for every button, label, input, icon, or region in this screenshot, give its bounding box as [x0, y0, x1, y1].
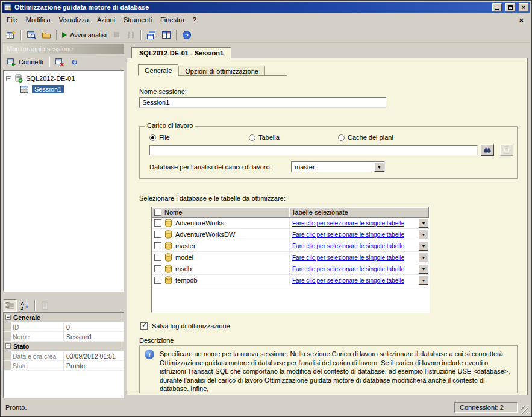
title-bar: Ottimizzazione guidata motore di databas… [2, 2, 530, 13]
database-checkbox[interactable] [154, 265, 161, 272]
select-tables-link[interactable]: Fare clic per selezionare le singole tab… [292, 231, 404, 238]
property-row-data-creazione[interactable]: Data e ora crea 03/09/2012 01:51 [4, 351, 124, 361]
resize-grip-icon[interactable] [521, 406, 528, 414]
property-name: ID [11, 322, 64, 331]
collapse-icon[interactable]: − [5, 343, 11, 349]
select-tables-link[interactable]: Fare clic per selezionare le singole tab… [292, 243, 404, 249]
collapse-icon[interactable]: − [6, 76, 11, 81]
chevron-down-icon[interactable]: ▼ [419, 252, 428, 262]
chevron-down-icon[interactable]: ▼ [419, 218, 428, 228]
close-icon: × [522, 4, 525, 11]
chevron-down-icon[interactable]: ▼ [419, 264, 428, 274]
cascade-windows-button[interactable] [144, 28, 158, 42]
chevron-down-icon[interactable]: ▼ [419, 275, 428, 285]
tree-item-session[interactable]: Session1 [4, 84, 123, 95]
minimize-button[interactable] [492, 3, 502, 11]
session-name-input[interactable] [139, 97, 386, 108]
connect-button[interactable]: Connetti [4, 56, 46, 68]
database-cell[interactable]: master [152, 240, 289, 251]
property-value[interactable]: 03/09/2012 01:51 [64, 351, 124, 360]
chevron-down-icon[interactable]: ▼ [374, 162, 384, 172]
help-button[interactable]: ? [180, 28, 194, 42]
session-monitor-header: Monitoraggio sessione [3, 44, 124, 54]
selected-tables-cell: Fare clic per selezionare le singole tab… [289, 275, 429, 286]
property-category-generale[interactable]: − Generale [4, 313, 124, 322]
chevron-down-icon[interactable]: ▼ [419, 230, 428, 239]
workload-radio-tabella[interactable]: Tabella [249, 134, 280, 141]
database-checkbox[interactable] [154, 277, 161, 284]
table-row: AdventureWorks Fare clic per selezionare… [152, 218, 429, 229]
close-button[interactable]: × [519, 3, 528, 11]
database-checkbox[interactable] [154, 219, 161, 227]
select-all-checkbox[interactable] [154, 208, 161, 216]
property-row-stato[interactable]: Stato Pronto [4, 361, 124, 371]
database-icon [164, 253, 172, 262]
save-log-checkbox[interactable] [140, 322, 148, 330]
collapse-icon[interactable]: − [5, 315, 11, 320]
document-tab[interactable]: SQL2012-DE-01 - Session1 [131, 47, 231, 58]
property-row-nome[interactable]: Nome Session1 [4, 332, 124, 342]
menu-help[interactable]: ? [189, 14, 201, 26]
tile-windows-button[interactable] [159, 28, 174, 42]
selected-tables-cell: Fare clic per selezionare le singole tab… [289, 240, 429, 251]
property-category-stato[interactable]: − Stato [4, 342, 124, 351]
select-tables-link[interactable]: Fare clic per selezionare le singole tab… [292, 254, 404, 261]
save-log-option[interactable]: Salva log di ottimizzazione [140, 322, 230, 330]
table-row: msdb Fare clic per selezionare le singol… [152, 263, 429, 275]
status-message: Pronto. [5, 404, 451, 411]
menu-file[interactable]: File [2, 14, 22, 26]
view-session-button[interactable] [24, 28, 39, 42]
new-session-button[interactable] [4, 28, 18, 42]
refresh-button[interactable]: ↻ [67, 55, 81, 69]
database-checkbox[interactable] [154, 231, 161, 238]
alphabetical-sort-button[interactable]: A Z [18, 299, 31, 312]
menu-azioni[interactable]: Azioni [93, 14, 119, 26]
refresh-icon: ↻ [71, 58, 78, 66]
database-cell[interactable]: AdventureWorksDW [152, 229, 289, 240]
radio-label: File [159, 134, 170, 141]
close-document-icon[interactable]: × [513, 16, 530, 25]
toolbar-separator [140, 30, 142, 40]
open-file-button[interactable] [39, 28, 54, 42]
property-value[interactable]: Session1 [64, 332, 124, 341]
database-cell[interactable]: model [152, 252, 289, 263]
session-document: Generale Opzioni di ottimizzazione Nome … [127, 58, 528, 395]
tree-item-server[interactable]: − SQL2012-DE-01 [4, 73, 123, 84]
menu-finestra[interactable]: Finestra [156, 14, 189, 26]
workload-radio-cache-dei-piani[interactable]: Cache dei piani [338, 134, 393, 141]
toolbar-separator [34, 300, 36, 311]
property-name: Stato [11, 361, 64, 370]
select-tables-link[interactable]: Fare clic per selezionare le singole tab… [292, 266, 404, 272]
selected-tables-column-header[interactable]: Tabelle selezionate [289, 207, 429, 218]
menu-visualizza[interactable]: Visualizza [55, 14, 93, 26]
database-cell[interactable]: AdventureWorks [152, 218, 289, 228]
select-tables-link[interactable]: Fare clic per selezionare le singole tab… [292, 277, 404, 284]
workload-radio-file[interactable]: File [149, 134, 170, 141]
tab-generale[interactable]: Generale [138, 64, 178, 76]
property-value[interactable]: 0 [64, 322, 124, 331]
workload-group: Carico di lavoro File Tabella Cache dei … [139, 126, 518, 179]
workload-file-input[interactable] [149, 145, 478, 155]
connect-icon [7, 57, 16, 67]
database-checkbox[interactable] [154, 254, 161, 261]
name-column-header[interactable]: Nome [152, 207, 289, 218]
disconnect-button[interactable] [52, 55, 67, 69]
property-row-id[interactable]: ID 0 [4, 322, 124, 332]
start-analysis-label: Avvia analisi [70, 31, 107, 39]
panel-splitter[interactable] [3, 292, 124, 299]
maximize-button[interactable] [505, 3, 515, 11]
menu-modifica[interactable]: Modifica [22, 14, 55, 26]
tab-opzioni-di-ottimizzazione[interactable]: Opzioni di ottimizzazione [178, 66, 265, 75]
database-cell[interactable]: msdb [152, 263, 289, 274]
categorized-button[interactable] [4, 299, 17, 312]
workload-database-combo[interactable]: master ▼ [291, 161, 385, 172]
database-checkbox[interactable] [154, 242, 161, 249]
database-cell[interactable]: tempdb [152, 275, 289, 286]
browse-workload-button[interactable] [481, 144, 494, 156]
property-value[interactable]: Pronto [64, 361, 124, 370]
chevron-down-icon[interactable]: ▼ [419, 241, 428, 251]
menu-strumenti[interactable]: Strumenti [119, 14, 156, 26]
database-icon [164, 230, 172, 239]
select-tables-link[interactable]: Fare clic per selezionare le singole tab… [292, 220, 404, 227]
start-analysis-button[interactable]: Avvia analisi [60, 28, 109, 42]
